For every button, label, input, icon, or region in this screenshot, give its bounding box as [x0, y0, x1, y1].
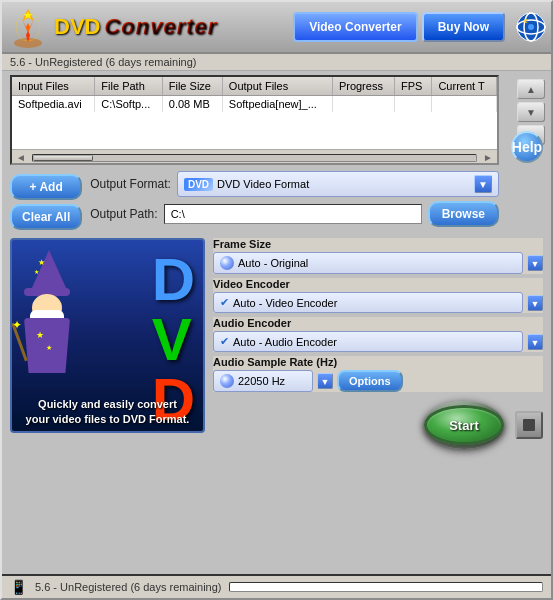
bottom-progress-bar: [229, 582, 543, 592]
table-scrollbar[interactable]: ◄ ►: [12, 149, 497, 165]
start-area: Start: [213, 400, 543, 450]
cell-progress: [332, 96, 394, 113]
wizard-caption-line1: Quickly and easily convert: [38, 398, 177, 410]
frame-size-value: Auto - Original: [238, 257, 308, 269]
output-path-label: Output Path:: [90, 207, 157, 221]
format-select-text: DVD Video Format: [217, 178, 470, 190]
audio-check-icon: ✔: [220, 335, 229, 348]
audio-sample-label: Audio Sample Rate (Hz): [213, 356, 543, 368]
app-window: DVD Converter Video Converter Buy Now e …: [0, 0, 553, 600]
help-button[interactable]: Help: [511, 131, 543, 163]
table-header-row: Input Files File Path File Size Output F…: [12, 77, 497, 96]
file-area: Input Files File Path File Size Output F…: [10, 75, 499, 238]
start-button[interactable]: Start: [424, 405, 504, 445]
video-check-icon: ✔: [220, 296, 229, 309]
video-encoder-select[interactable]: ✔ Auto - Video Encoder: [213, 292, 523, 313]
col-file-path: File Path: [95, 77, 162, 96]
video-encoder-group: Video Encoder ✔ Auto - Video Encoder ▼: [213, 278, 543, 313]
frame-size-row: Auto - Original ▼: [213, 252, 543, 274]
header-buttons: Video Converter Buy Now e: [293, 11, 547, 43]
audio-sample-value: 22050 Hz: [238, 375, 285, 387]
cell-fps: [394, 96, 431, 113]
file-table: Input Files File Path File Size Output F…: [12, 77, 497, 112]
content-area: Help ▲ ▼ ✕ Input Files File Path Fil: [2, 71, 551, 574]
format-dropdown-arrow[interactable]: ▼: [474, 175, 492, 193]
help-side-panel: Help ▲ ▼ ✕: [511, 71, 551, 145]
dvd-letter-v: V: [152, 310, 195, 370]
video-encoder-row: ✔ Auto - Video Encoder ▼: [213, 292, 543, 313]
header: DVD Converter Video Converter Buy Now e: [2, 2, 551, 54]
frame-size-group: Frame Size Auto - Original ▼: [213, 238, 543, 274]
cell-size: 0.08 MB: [162, 96, 222, 113]
frame-size-select[interactable]: Auto - Original: [213, 252, 523, 274]
output-format-select[interactable]: DVD DVD Video Format ▼: [177, 171, 499, 197]
audio-encoder-row: ✔ Auto - Audio Encoder ▼: [213, 331, 543, 352]
bottom-panel: ★ ★ ★ ★ ✦ D V: [10, 238, 543, 433]
svg-text:e: e: [524, 17, 528, 24]
video-encoder-value: Auto - Video Encoder: [233, 297, 337, 309]
browse-button[interactable]: Browse: [428, 201, 499, 227]
wizard-caption-line2: your video files to DVD Format.: [26, 413, 190, 425]
options-button[interactable]: Options: [337, 370, 403, 392]
status-top: 5.6 - UnRegistered (6 days remaining): [2, 54, 551, 71]
stop-button[interactable]: [515, 411, 543, 439]
table-row[interactable]: Softpedia.avi C:\Softp... 0.08 MB Softpe…: [12, 96, 497, 113]
frame-size-icon: [220, 256, 234, 270]
wizard-area: ★ ★ ★ ★ ✦ D V: [10, 238, 205, 433]
stop-icon: [523, 419, 535, 431]
output-path-input[interactable]: [164, 204, 422, 224]
add-button[interactable]: + Add: [10, 174, 82, 200]
start-button-container: Start: [419, 400, 509, 450]
svg-point-9: [528, 24, 534, 30]
status-bar-bottom: 📱 5.6 - UnRegistered (6 days remaining): [2, 574, 551, 598]
audio-encoder-arrow[interactable]: ▼: [527, 334, 543, 350]
side-btn-down[interactable]: ▼: [517, 102, 545, 122]
status-top-text: 5.6 - UnRegistered (6 days remaining): [10, 56, 196, 68]
video-converter-button[interactable]: Video Converter: [293, 12, 417, 42]
output-path-row: Output Path: Browse: [90, 201, 499, 227]
audio-sample-icon: [220, 374, 234, 388]
cell-output: Softpedia[new]_...: [222, 96, 332, 113]
scrollbar-thumb[interactable]: [33, 155, 93, 161]
audio-sample-arrow[interactable]: ▼: [317, 373, 333, 389]
wizard-caption: Quickly and easily convert your video fi…: [12, 397, 203, 426]
audio-encoder-group: Audio Encoder ✔ Auto - Audio Encoder ▼: [213, 317, 543, 352]
status-bottom-text: 5.6 - UnRegistered (6 days remaining): [35, 581, 221, 593]
phone-icon: 📱: [10, 579, 27, 595]
col-file-size: File Size: [162, 77, 222, 96]
col-output-files: Output Files: [222, 77, 332, 96]
audio-encoder-select[interactable]: ✔ Auto - Audio Encoder: [213, 331, 523, 352]
output-format-row: Output Format: DVD DVD Video Format ▼: [90, 171, 499, 197]
settings-panel: Frame Size Auto - Original ▼ Video Encod…: [213, 238, 543, 433]
audio-sample-row: 22050 Hz ▼ Options: [213, 370, 543, 392]
video-encoder-arrow[interactable]: ▼: [527, 295, 543, 311]
logo-converter-text: Converter: [104, 14, 217, 40]
scroll-left-arrow[interactable]: ◄: [14, 152, 28, 163]
dvd-format-icon: DVD: [184, 178, 213, 191]
cell-input: Softpedia.avi: [12, 96, 95, 113]
col-progress: Progress: [332, 77, 394, 96]
logo-area: DVD Converter: [6, 5, 293, 49]
output-format-label: Output Format:: [90, 177, 171, 191]
clear-all-button[interactable]: Clear All: [10, 204, 82, 230]
buy-now-button[interactable]: Buy Now: [422, 12, 505, 42]
dvd-letter-d1: D: [152, 250, 195, 310]
col-fps: FPS: [394, 77, 431, 96]
side-btn-up[interactable]: ▲: [517, 79, 545, 99]
audio-sample-group: Audio Sample Rate (Hz) 22050 Hz ▼ Option…: [213, 356, 543, 392]
col-current: Current T: [432, 77, 497, 96]
file-table-scroll: Input Files File Path File Size Output F…: [12, 77, 497, 149]
col-input-files: Input Files: [12, 77, 95, 96]
frame-size-arrow[interactable]: ▼: [527, 255, 543, 271]
file-table-container: Input Files File Path File Size Output F…: [10, 75, 499, 165]
ie-icon[interactable]: e: [515, 11, 547, 43]
video-encoder-label: Video Encoder: [213, 278, 543, 290]
logo-dvd-text: DVD: [54, 14, 100, 40]
controls-row: + Add Clear All Output Format: DVD DVD V…: [10, 171, 499, 233]
logo-icon: [6, 5, 50, 49]
frame-size-label: Frame Size: [213, 238, 543, 250]
scroll-right-arrow[interactable]: ►: [481, 152, 495, 163]
audio-sample-select[interactable]: 22050 Hz: [213, 370, 313, 392]
cell-path: C:\Softp...: [95, 96, 162, 113]
scrollbar-track[interactable]: [32, 154, 477, 162]
